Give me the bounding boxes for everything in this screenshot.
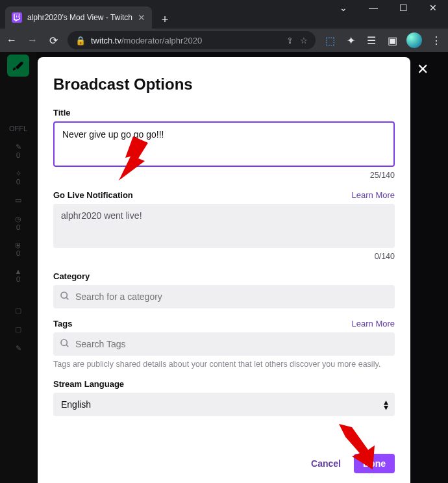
golive-input[interactable]: alphr2020 went live! bbox=[53, 204, 395, 248]
golive-label: Go Live Notification bbox=[53, 190, 133, 200]
tab-title: alphr2020's Mod View - Twitch bbox=[27, 13, 132, 22]
tags-help-text: Tags are publicly shared details about y… bbox=[53, 360, 395, 369]
title-counter: 25/140 bbox=[53, 171, 395, 180]
tab-close-icon[interactable]: ✕ bbox=[138, 12, 145, 23]
language-value: English bbox=[61, 399, 91, 410]
search-icon bbox=[60, 338, 70, 351]
title-input[interactable]: Never give up go go go!!! bbox=[53, 121, 395, 167]
svg-point-0 bbox=[61, 292, 67, 298]
window-controls: ⌄ — ☐ ✕ bbox=[329, 0, 448, 16]
tags-input[interactable] bbox=[75, 339, 388, 349]
tags-label: Tags bbox=[53, 319, 72, 328]
golive-counter: 0/140 bbox=[53, 252, 395, 261]
address-bar[interactable]: 🔒 twitch.tv/moderator/alphr2020 ⇪ ☆ bbox=[68, 31, 316, 49]
golive-value: alphr2020 went live! bbox=[61, 210, 142, 221]
category-search[interactable] bbox=[53, 285, 395, 308]
profile-avatar-icon[interactable] bbox=[406, 32, 422, 48]
bookmark-icon[interactable]: ☆ bbox=[300, 36, 308, 45]
reading-list-icon[interactable]: ☰ bbox=[365, 34, 378, 47]
window-close-icon[interactable]: ✕ bbox=[418, 0, 448, 16]
new-tab-button[interactable]: + bbox=[156, 10, 174, 29]
title-label: Title bbox=[53, 108, 395, 118]
browser-tab[interactable]: alphr2020's Mod View - Twitch ✕ bbox=[5, 6, 152, 29]
extensions-icon[interactable]: ✦ bbox=[344, 34, 357, 47]
lock-icon: 🔒 bbox=[75, 36, 86, 45]
window-maximize-icon[interactable]: ☐ bbox=[388, 0, 418, 16]
window-dropdown-icon[interactable]: ⌄ bbox=[329, 0, 358, 16]
category-input[interactable] bbox=[75, 291, 388, 302]
close-icon[interactable]: ✕ bbox=[417, 61, 429, 78]
chevron-updown-icon: ▴▾ bbox=[384, 399, 387, 410]
category-label: Category bbox=[53, 271, 395, 281]
extension-betterttv-icon[interactable]: ⬚ bbox=[323, 34, 336, 47]
forward-icon[interactable]: → bbox=[26, 34, 39, 47]
dialog-actions: Cancel Done bbox=[305, 453, 395, 474]
twitch-favicon-icon bbox=[12, 12, 22, 23]
title-value: Never give up go go go!!! bbox=[62, 129, 164, 140]
svg-point-1 bbox=[61, 340, 67, 345]
account-icon[interactable]: ▣ bbox=[386, 34, 399, 47]
window-minimize-icon[interactable]: — bbox=[358, 0, 388, 16]
broadcast-options-dialog: Broadcast Options Title Never give up go… bbox=[38, 57, 410, 483]
back-icon[interactable]: ← bbox=[5, 34, 18, 47]
url-path: /moderator/alphr2020 bbox=[121, 36, 202, 45]
reload-icon[interactable]: ⟳ bbox=[47, 34, 60, 47]
language-label: Stream Language bbox=[53, 379, 395, 389]
share-icon[interactable]: ⇪ bbox=[286, 36, 293, 45]
url-host: twitch.tv bbox=[91, 36, 121, 45]
done-button[interactable]: Done bbox=[354, 454, 395, 473]
golive-learn-more-link[interactable]: Learn More bbox=[352, 190, 395, 200]
dialog-heading: Broadcast Options bbox=[53, 75, 395, 93]
tags-search[interactable] bbox=[53, 332, 395, 356]
search-icon bbox=[60, 291, 70, 303]
menu-icon[interactable]: ⋮ bbox=[430, 34, 443, 47]
browser-toolbar: ← → ⟳ 🔒 twitch.tv/moderator/alphr2020 ⇪ … bbox=[0, 29, 448, 52]
cancel-button[interactable]: Cancel bbox=[305, 453, 347, 474]
tags-learn-more-link[interactable]: Learn More bbox=[352, 319, 395, 328]
language-select[interactable]: English ▴▾ bbox=[53, 393, 395, 416]
